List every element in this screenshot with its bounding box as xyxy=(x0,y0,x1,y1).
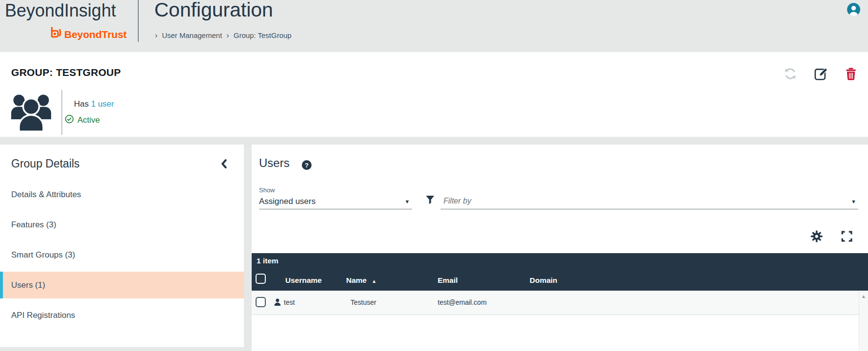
group-people-icon xyxy=(11,88,52,134)
membership-prefix: Has xyxy=(74,99,89,109)
column-header-name[interactable]: Name ▲ xyxy=(346,276,376,285)
cell-name: Testuser xyxy=(351,298,376,306)
group-divider xyxy=(61,90,62,135)
group-details-sidebar: Group Details Details & Attributes Featu… xyxy=(0,145,244,347)
breadcrumb-group-testgroup[interactable]: Group: TestGroup xyxy=(234,31,292,39)
sidebar-item-smart-groups[interactable]: Smart Groups (3) xyxy=(0,241,244,268)
table-row: test Testuser test@email.com xyxy=(252,291,859,315)
items-count: 1 item xyxy=(257,257,278,265)
cell-email: test@email.com xyxy=(438,298,487,306)
sidebar-item-features[interactable]: Features (3) xyxy=(0,211,244,238)
edit-icon[interactable] xyxy=(814,67,828,80)
chevron-down-icon: ▼ xyxy=(405,199,410,204)
refresh-icon[interactable] xyxy=(784,67,797,80)
filter-field: ▼ xyxy=(441,194,858,209)
chevron-down-icon: ▼ xyxy=(851,199,856,204)
show-select[interactable]: Assigned users ▼ xyxy=(259,194,412,209)
chevron-right-icon: › xyxy=(226,32,229,39)
delete-trash-icon[interactable] xyxy=(845,68,857,80)
scroll-up-arrow-icon[interactable]: ▲ xyxy=(859,291,868,299)
filter-funnel-icon xyxy=(425,195,435,206)
column-header-email[interactable]: Email xyxy=(438,276,458,285)
sidebar-title: Group Details xyxy=(11,157,80,170)
group-title: GROUP: TESTGROUP xyxy=(11,67,121,78)
collapse-chevron-left-icon[interactable] xyxy=(219,158,229,171)
help-icon[interactable]: ? xyxy=(302,160,312,170)
settings-gear-icon[interactable] xyxy=(811,230,823,242)
brand-name: BeyondTrust xyxy=(64,29,127,40)
header-divider xyxy=(138,0,139,42)
users-panel-title: Users xyxy=(259,156,290,170)
table-actions xyxy=(811,230,853,242)
user-count-link[interactable]: 1 user xyxy=(91,99,114,109)
column-header-domain[interactable]: Domain xyxy=(530,276,557,285)
filter-input[interactable] xyxy=(441,197,851,206)
beyondtrust-logo-icon xyxy=(49,26,61,42)
page: BeyondInsight BeyondTrust Configuration … xyxy=(0,0,868,351)
expand-fullscreen-icon[interactable] xyxy=(841,230,853,242)
table-header: 1 item Username Name ▲ Email Domain xyxy=(252,253,868,291)
group-summary-panel: GROUP: TESTGROUP Has 1 user xyxy=(0,52,868,137)
breadcrumb: › User Management › Group: TestGroup xyxy=(155,31,292,39)
membership-line: Has 1 user xyxy=(74,99,114,109)
user-person-icon xyxy=(274,298,281,308)
chevron-right-icon: › xyxy=(155,32,158,39)
app-name: BeyondInsight xyxy=(5,0,116,21)
select-all-checkbox[interactable] xyxy=(256,274,266,284)
breadcrumb-user-management[interactable]: User Management xyxy=(162,31,222,39)
brand-logo: BeyondTrust xyxy=(49,26,127,42)
row-checkbox[interactable] xyxy=(256,297,266,307)
status-line: Active xyxy=(65,114,100,126)
table-scrollbar[interactable]: ▲ xyxy=(859,291,868,351)
status-badge: Active xyxy=(77,115,100,125)
users-panel: Users ? Show Assigned users ▼ ▼ xyxy=(252,145,868,351)
sidebar-item-api-registrations[interactable]: API Registrations xyxy=(0,302,244,329)
cell-username: test xyxy=(284,298,295,306)
column-header-username[interactable]: Username xyxy=(285,276,322,285)
page-title: Configuration xyxy=(154,0,273,21)
user-avatar-icon[interactable] xyxy=(847,3,860,16)
show-select-value: Assigned users xyxy=(259,197,315,206)
group-actions xyxy=(784,67,857,80)
show-label: Show xyxy=(259,186,275,194)
check-circle-icon xyxy=(65,114,74,126)
sidebar-item-details-attributes[interactable]: Details & Attributes xyxy=(0,181,244,208)
sidebar-item-users[interactable]: Users (1) xyxy=(0,272,244,298)
sort-ascending-icon: ▲ xyxy=(372,278,377,284)
